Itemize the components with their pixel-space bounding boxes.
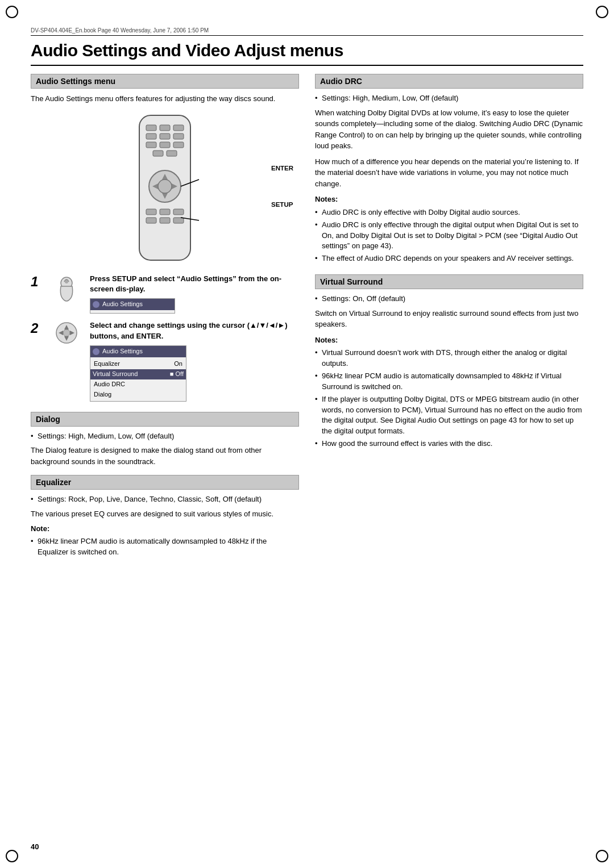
remote-svg (117, 112, 213, 266)
virtual-surround-body: Settings: On, Off (default) Switch on Vi… (315, 294, 583, 449)
page-title: Audio Settings and Video Adjust menus (31, 41, 583, 66)
two-column-layout: Audio Settings menu The Audio Settings m… (31, 74, 583, 566)
audio-drc-note-3: The effect of Audio DRC depends on your … (315, 253, 583, 264)
svg-rect-11 (167, 151, 177, 156)
corner-circle-tr (596, 6, 608, 18)
step-2-icon (51, 320, 82, 345)
svg-rect-19 (160, 209, 170, 215)
dialog-section: Dialog Settings: High, Medium, Low, Off … (31, 412, 299, 468)
step-1-row: 1 Press SETUP and select “Audio Se (31, 274, 299, 314)
equalizer-body: Settings: Rock, Pop, Live, Dance, Techno… (31, 494, 299, 558)
audio-settings-menu-section: Audio Settings menu The Audio Settings m… (31, 74, 299, 402)
audio-drc-notes-list: Audio DRC is only effective with Dolby D… (315, 207, 583, 264)
svg-rect-10 (153, 151, 163, 156)
svg-rect-9 (173, 142, 184, 148)
svg-point-17 (158, 180, 172, 193)
menu-row-equalizer: EqualizerOn (94, 359, 182, 369)
virtual-surround-notes-label: Notes: (315, 335, 583, 346)
audio-settings-menu-intro: The Audio Settings menu offers features … (31, 93, 299, 105)
virtual-surround-note-4: How good the surround effect is varies w… (315, 439, 583, 449)
svg-point-33 (63, 329, 70, 336)
svg-rect-18 (146, 209, 156, 215)
svg-rect-1 (146, 125, 156, 131)
audio-drc-note-2: Audio DRC is only effective through the … (315, 220, 583, 252)
svg-rect-20 (173, 209, 184, 215)
step-1-icon (51, 274, 82, 302)
steps-area: 1 Press SETUP and select “Audio Se (31, 274, 299, 402)
equalizer-note: 96kHz linear PCM audio is automatically … (31, 536, 299, 558)
virtual-surround-note-1: Virtual Surround doesn’t work with DTS, … (315, 348, 583, 369)
audio-settings-menu-header: Audio Settings menu (31, 74, 299, 89)
page-number: 40 (31, 842, 39, 851)
step-2-text: Select and change settings using the cur… (90, 320, 299, 401)
svg-rect-8 (160, 142, 170, 148)
step-2-row: 2 (31, 320, 299, 401)
svg-rect-21 (146, 218, 156, 223)
svg-rect-4 (146, 133, 156, 139)
equalizer-section: Equalizer Settings: Rock, Pop, Live, Dan… (31, 475, 299, 558)
equalizer-note-label: Note: (31, 523, 299, 535)
virtual-surround-header: Virtual Surround (315, 274, 583, 289)
equalizer-header: Equalizer (31, 475, 299, 490)
svg-rect-6 (173, 133, 184, 139)
menu-row-dialog: Dialog (94, 390, 182, 400)
svg-rect-3 (173, 125, 184, 131)
audio-drc-notes-label: Notes: (315, 194, 583, 205)
audio-drc-bullet: Settings: High, Medium, Low, Off (defaul… (315, 93, 583, 104)
remote-control-illustration: ENTER SETUP (31, 112, 299, 266)
corner-circle-br (596, 850, 608, 862)
right-column: Audio DRC Settings: High, Medium, Low, O… (315, 74, 583, 566)
menu-row-virtual-surround: Virtual Surround■ Off (90, 369, 186, 379)
hand-press-icon (54, 274, 79, 302)
svg-rect-7 (146, 142, 156, 148)
svg-point-27 (65, 280, 68, 283)
virtual-surround-notes-list: Virtual Surround doesn’t work with DTS, … (315, 348, 583, 449)
step-1-number: 1 (31, 275, 43, 289)
dialog-header: Dialog (31, 412, 299, 427)
svg-rect-22 (160, 218, 170, 223)
audio-drc-section: Audio DRC Settings: High, Medium, Low, O… (315, 74, 583, 264)
step-1-text: Press SETUP and select “Audio Settings” … (90, 274, 299, 314)
dialog-bullet: Settings: High, Medium, Low, Off (defaul… (31, 431, 299, 442)
virtual-surround-note-3: If the player is outputting Dolby Digita… (315, 394, 583, 437)
dialog-body: Settings: High, Medium, Low, Off (defaul… (31, 431, 299, 468)
virtual-surround-note-2: 96kHz linear PCM audio is automatically … (315, 371, 583, 393)
virtual-surround-section: Virtual Surround Settings: On, Off (defa… (315, 274, 583, 449)
corner-circle-bl (6, 850, 18, 862)
header-info: DV-SP404.404E_En.book Page 40 Wednesday,… (31, 27, 583, 36)
remote-setup-label: SETUP (271, 201, 293, 208)
svg-rect-2 (160, 125, 170, 131)
corner-circle-tl (6, 6, 18, 18)
svg-rect-23 (173, 218, 184, 223)
equalizer-bullet: Settings: Rock, Pop, Live, Dance, Techno… (31, 494, 299, 505)
menu-row-audio-drc: Audio DRC (94, 379, 182, 390)
nav-cursor-icon (54, 320, 79, 345)
audio-drc-note-1: Audio DRC is only effective with Dolby D… (315, 207, 583, 218)
step-2-number: 2 (31, 322, 43, 335)
svg-rect-5 (160, 133, 170, 139)
audio-drc-header: Audio DRC (315, 74, 583, 89)
audio-drc-body: Settings: High, Medium, Low, Off (defaul… (315, 93, 583, 264)
page-content: Audio Settings and Video Adjust menus Au… (31, 41, 583, 834)
left-column: Audio Settings menu The Audio Settings m… (31, 74, 299, 566)
virtual-surround-bullet: Settings: On, Off (default) (315, 294, 583, 304)
remote-enter-label: ENTER (271, 165, 293, 172)
